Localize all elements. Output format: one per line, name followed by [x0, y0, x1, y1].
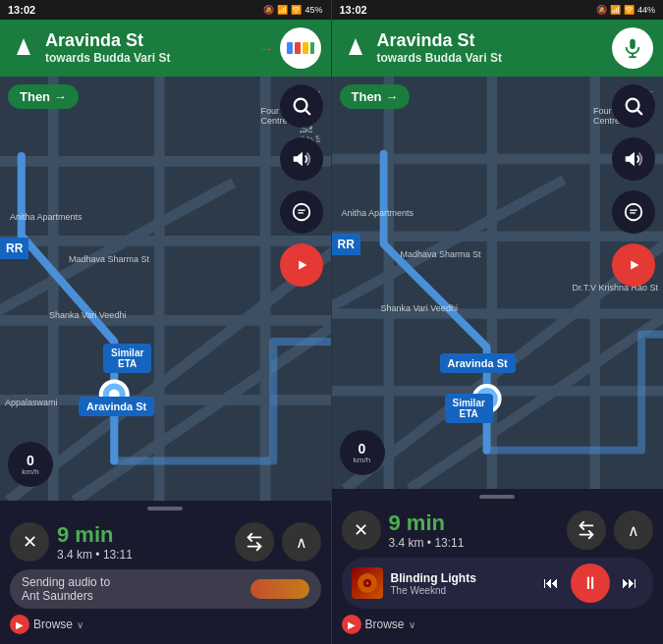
left-bottom-panel: ✕ 9 min 3.4 km • 13:11 ∧ Sending audio t…: [0, 501, 331, 644]
right-pause-button[interactable]: ⏸: [571, 564, 610, 603]
right-map-label-anitha: Anitha Apartments: [342, 208, 414, 218]
right-next-button[interactable]: ⏭: [616, 569, 643, 597]
left-nav-details: 3.4 km • 13:11: [57, 548, 227, 562]
right-map-label-shanka: Shanka Vari Veedhi: [381, 303, 458, 313]
left-map-label-madhava: Madhava Sharma St: [69, 254, 149, 264]
left-header-action[interactable]: →: [256, 27, 321, 69]
right-nav-minutes: 9 min: [389, 510, 560, 536]
mic-icon: [622, 37, 643, 59]
left-signal-icon: 📶: [277, 5, 288, 15]
right-mic-button[interactable]: [612, 27, 653, 69]
right-signal-icon: 📶: [610, 5, 621, 15]
right-chat-button[interactable]: [612, 190, 655, 234]
left-street-name: Aravinda St: [45, 31, 249, 51]
right-battery-icon: 44%: [637, 5, 655, 15]
svg-marker-19: [293, 152, 302, 167]
right-media-controls: ⏮ ⏸ ⏭: [537, 564, 643, 603]
right-speed-value: 0: [359, 442, 366, 456]
right-nav-text: Aravinda St towards Budda Vari St: [377, 31, 605, 65]
color-dots-button[interactable]: [280, 27, 321, 69]
svg-rect-1: [295, 42, 301, 54]
left-street-label: Aravinda St: [79, 397, 154, 416]
left-status-icons: 🔕 📶 🛜 45%: [263, 5, 322, 15]
svg-rect-25: [630, 39, 635, 49]
left-status-bar: 13:02 🔕 📶 🛜 45%: [0, 0, 331, 20]
left-pull-indicator: [147, 507, 183, 510]
left-youtube-button[interactable]: [280, 243, 323, 287]
svg-rect-11: [260, 77, 271, 501]
sound-icon: [623, 148, 644, 170]
right-browse-label: Browse: [365, 617, 405, 631]
left-nav-minutes: 9 min: [57, 522, 227, 548]
right-sound-button[interactable]: [612, 137, 655, 181]
right-towards-text: towards Budda Vari St: [377, 51, 605, 65]
right-then-button[interactable]: Then →: [340, 84, 411, 109]
left-status-time: 13:02: [8, 4, 35, 16]
right-bottom-panel: ✕ 9 min 3.4 km • 13:11 ∧: [332, 489, 664, 644]
right-street-name: Aravinda St: [377, 31, 605, 51]
left-battery-icon: 45%: [304, 5, 322, 15]
svg-point-20: [293, 204, 309, 221]
left-speed-unit: km/h: [22, 467, 38, 476]
right-yt-music-icon: ▶: [342, 615, 361, 634]
right-speed-indicator: 0 km/h: [340, 430, 385, 475]
dots-grid: [287, 42, 314, 54]
right-search-button[interactable]: [612, 84, 655, 128]
right-song-title: Blinding Lights: [391, 571, 530, 585]
left-then-label: Then →: [20, 89, 67, 104]
right-nav-info-row: ✕ 9 min 3.4 km • 13:11 ∧: [342, 503, 654, 558]
left-chat-button[interactable]: [280, 190, 323, 234]
right-status-time: 13:02: [340, 4, 367, 16]
right-street-label: Aravinda St: [440, 353, 516, 373]
svg-point-44: [626, 204, 642, 221]
right-mute-icon: 🔕: [596, 5, 607, 15]
left-expand-button[interactable]: ∧: [282, 522, 321, 562]
left-map-label-shanka: Shanka Vari Veedhi: [49, 310, 126, 320]
right-nav-direction-icon: [342, 34, 369, 62]
search-icon: [291, 95, 312, 117]
color-bars-icon: [287, 42, 314, 54]
sound-icon: [291, 148, 312, 170]
left-audio-bar: Sending audio toAnt Saunders: [10, 569, 321, 609]
left-rr-badge: RR: [0, 238, 28, 259]
right-browse-chevron: ∨: [409, 619, 415, 630]
right-nav-details: 3.4 km • 13:11: [389, 536, 560, 550]
youtube-icon: [291, 254, 312, 276]
svg-rect-2: [303, 42, 308, 54]
left-search-button[interactable]: [280, 84, 323, 128]
left-route-button[interactable]: [235, 522, 274, 562]
svg-rect-3: [310, 42, 314, 54]
left-speed-indicator: 0 km/h: [8, 442, 53, 487]
right-map-label-madhava: Madhava Sharma St: [401, 249, 481, 259]
left-map-label-anitha: Anitha Apartments: [10, 212, 83, 222]
left-close-button[interactable]: ✕: [10, 522, 49, 562]
right-map-label-krishna: Dr.T.V Krishna Rao St: [572, 283, 658, 293]
left-map-svg: [0, 77, 331, 501]
svg-rect-0: [287, 42, 293, 54]
right-then-label: Then →: [352, 89, 399, 104]
left-then-button[interactable]: Then →: [8, 84, 79, 109]
right-browse-row[interactable]: ▶ Browse ∨: [342, 613, 654, 636]
right-media-player: Blinding Lights The Weeknd ⏮ ⏸ ⏭: [342, 558, 654, 609]
left-phone-screen: 13:02 🔕 📶 🛜 45% Aravinda St towards Budd…: [0, 0, 332, 644]
left-wifi-icon: 🛜: [291, 5, 302, 15]
right-youtube-button[interactable]: [612, 243, 655, 287]
left-nav-info-row: ✕ 9 min 3.4 km • 13:11 ∧: [10, 514, 321, 569]
music-note-icon: [356, 571, 379, 595]
right-status-bar: 13:02 🔕 📶 🛜 44%: [332, 0, 664, 20]
left-eta-bubble: SimilarETA: [103, 344, 151, 373]
right-speed-unit: km/h: [354, 456, 370, 464]
expand-icon: ∧: [628, 521, 639, 540]
left-nav-time-info: 9 min 3.4 km • 13:11: [57, 522, 227, 562]
right-album-art: [352, 567, 383, 599]
right-route-button[interactable]: [567, 510, 606, 550]
chat-icon: [291, 201, 312, 223]
left-sound-button[interactable]: [280, 137, 323, 181]
right-rr-badge: RR: [332, 234, 360, 255]
left-browse-row[interactable]: ▶ Browse ∨: [10, 613, 321, 636]
right-close-button[interactable]: ✕: [342, 510, 381, 550]
right-expand-button[interactable]: ∧: [614, 510, 653, 550]
right-phone-screen: 13:02 🔕 📶 🛜 44% Aravinda St towards Budd…: [332, 0, 664, 644]
right-prev-button[interactable]: ⏮: [537, 569, 565, 597]
left-yt-music-icon: ▶: [10, 615, 29, 634]
